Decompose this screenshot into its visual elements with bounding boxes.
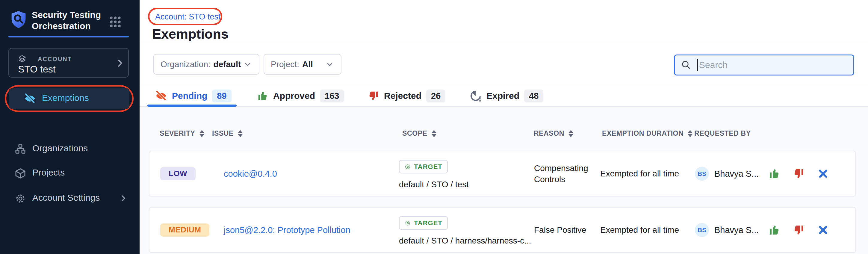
- target-icon: [404, 163, 411, 170]
- project-dropdown-value: All: [302, 60, 313, 69]
- sidebar-item-label: Account Settings: [32, 193, 100, 203]
- tab-expired[interactable]: Expired 48: [470, 89, 543, 103]
- column-header-reason[interactable]: REASON: [534, 129, 573, 137]
- tab-label: Rejected: [384, 91, 422, 101]
- chevron-right-icon: [118, 193, 128, 203]
- column-header-issue[interactable]: ISSUE: [212, 129, 243, 137]
- account-scope-card[interactable]: ACCOUNT STO test: [8, 48, 129, 77]
- column-header-requested-by: REQUESTED BY: [694, 129, 751, 137]
- organization-dropdown-value: default: [214, 60, 241, 69]
- sidebar-item-exemptions[interactable]: Exemptions: [9, 88, 129, 109]
- exemptions-page: Security Testing Orchestration ACCOUNT S…: [0, 0, 868, 254]
- tab-approved[interactable]: Approved 163: [257, 89, 344, 103]
- cancel-button[interactable]: [817, 224, 829, 236]
- tab-pending[interactable]: Pending 89: [155, 89, 231, 103]
- organization-dropdown-label: Organization:: [160, 60, 211, 69]
- sidebar-item-account-settings[interactable]: Account Settings: [9, 188, 129, 209]
- approve-button[interactable]: [768, 224, 780, 236]
- search-box[interactable]: [674, 55, 854, 75]
- requested-by-name: Bhavya S...: [714, 169, 759, 179]
- tab-label: Expired: [487, 91, 519, 101]
- table-row[interactable]: LOW cookie@0.4.0 TARGET default / STO / …: [149, 151, 856, 196]
- org-chart-icon: [14, 143, 26, 155]
- app-title: Security Testing Orchestration: [32, 9, 113, 31]
- tab-count-badge: 48: [524, 90, 543, 102]
- sort-icon[interactable]: [568, 130, 573, 137]
- active-tab-underline: [147, 104, 237, 107]
- sto-shield-logo: [10, 10, 27, 29]
- account-name: STO test: [18, 64, 56, 75]
- severity-badge: LOW: [160, 167, 195, 180]
- sort-icon[interactable]: [432, 130, 436, 137]
- project-dropdown-label: Project:: [271, 60, 299, 69]
- avatar: BS: [695, 223, 709, 237]
- column-header-severity[interactable]: SEVERITY: [160, 129, 204, 137]
- avatar: BS: [695, 166, 709, 181]
- organization-dropdown[interactable]: Organization: default: [153, 54, 259, 74]
- scope-path: default / STO / harness/harness-c...: [399, 236, 531, 246]
- project-dropdown[interactable]: Project: All: [264, 54, 341, 74]
- target-chip: TARGET: [399, 160, 448, 173]
- cancel-button[interactable]: [817, 168, 829, 180]
- sidebar-item-label: Organizations: [32, 143, 88, 153]
- chevron-down-icon: [325, 60, 334, 69]
- duration-cell: Exempted for all time: [600, 169, 679, 179]
- sidebar-item-label: Exemptions: [42, 93, 89, 103]
- tab-count-badge: 26: [426, 90, 445, 102]
- sidebar-item-label: Projects: [32, 167, 65, 178]
- eye-off-icon: [24, 93, 36, 104]
- table-row[interactable]: MEDIUM json5@2.2.0: Prototype Pollution …: [149, 207, 856, 253]
- text-cursor: [697, 59, 698, 71]
- reject-button[interactable]: [793, 224, 805, 236]
- search-input[interactable]: [699, 60, 843, 70]
- severity-badge: MEDIUM: [160, 223, 209, 236]
- module-accent-rule: [8, 36, 129, 37]
- header-divider: [140, 42, 868, 42]
- tab-label: Pending: [172, 91, 207, 101]
- reason-cell: False Positive: [534, 208, 603, 252]
- module-grid-icon[interactable]: [108, 15, 122, 29]
- target-chip: TARGET: [399, 216, 448, 230]
- tab-label: Approved: [273, 91, 315, 101]
- search-icon: [681, 60, 691, 70]
- reject-button[interactable]: [793, 168, 805, 180]
- sort-icon[interactable]: [199, 130, 204, 137]
- target-icon: [404, 220, 411, 226]
- page-title: Exemptions: [152, 26, 228, 42]
- layers-icon: [18, 55, 26, 63]
- requested-by-name: Bhavya S...: [714, 225, 759, 235]
- tabs-top-divider: [140, 85, 868, 85]
- thumbs-up-icon: [257, 90, 268, 101]
- column-header-scope[interactable]: SCOPE: [402, 129, 436, 137]
- reason-cell: Compensating Controls: [534, 151, 603, 196]
- thumbs-down-icon: [368, 90, 379, 101]
- cube-icon: [14, 167, 26, 180]
- tab-count-badge: 163: [320, 90, 344, 102]
- sidebar-item-organizations[interactable]: Organizations: [9, 139, 129, 159]
- duration-cell: Exempted for all time: [600, 225, 679, 235]
- sidebar: Security Testing Orchestration ACCOUNT S…: [0, 0, 140, 254]
- chevron-right-icon: [115, 58, 125, 69]
- sidebar-item-projects[interactable]: Projects: [9, 163, 129, 183]
- tab-count-badge: 89: [212, 90, 231, 102]
- column-header-exemption-duration[interactable]: EXEMPTION DURATION: [602, 129, 692, 137]
- gear-icon: [14, 193, 26, 204]
- approve-button[interactable]: [768, 168, 780, 180]
- issue-link[interactable]: json5@2.2.0: Prototype Pollution: [224, 225, 350, 235]
- issue-link[interactable]: cookie@0.4.0: [224, 169, 277, 179]
- tab-rejected[interactable]: Rejected 26: [368, 89, 445, 103]
- sort-icon[interactable]: [238, 130, 243, 137]
- sort-icon[interactable]: [688, 130, 692, 137]
- chevron-down-icon: [243, 60, 252, 69]
- timer-expired-icon: [470, 90, 482, 102]
- breadcrumb-account-link[interactable]: Account: STO test: [155, 12, 221, 22]
- scope-path: default / STO / test: [399, 180, 469, 189]
- eye-off-icon: [155, 90, 167, 101]
- account-scope-label: ACCOUNT: [38, 56, 72, 63]
